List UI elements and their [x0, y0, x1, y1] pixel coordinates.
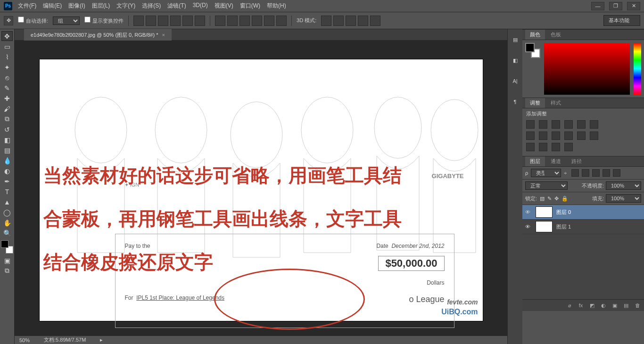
tab-adjustments[interactable]: 调整 — [525, 98, 545, 108]
tab-swatches[interactable]: 色板 — [546, 30, 566, 40]
color-spectrum[interactable] — [544, 43, 630, 95]
menu-help[interactable]: 帮助(H) — [267, 2, 286, 10]
adj-icon[interactable] — [590, 120, 598, 129]
tab-layers[interactable]: 图层 — [525, 156, 545, 166]
marquee-tool[interactable]: ▭ — [1, 41, 13, 51]
layer-item[interactable]: 👁 图层 1 — [522, 220, 644, 234]
brush-tool[interactable]: 🖌 — [1, 104, 13, 114]
heal-tool[interactable]: ✚ — [1, 93, 13, 103]
crop-tool[interactable]: ⎋ — [1, 73, 13, 82]
menu-file[interactable]: 文件(F) — [18, 2, 36, 10]
link-layers-icon[interactable]: ⌀ — [566, 302, 573, 309]
wand-tool[interactable]: ✦ — [1, 62, 13, 72]
lasso-tool[interactable]: ⌇ — [1, 52, 13, 62]
document-tab[interactable]: e1d49e9e780b2f002807.jpg @ 50% (图层 0, RG… — [24, 29, 172, 41]
color-swatches[interactable] — [1, 240, 13, 254]
paragraph-panel-icon[interactable]: ¶ — [511, 97, 520, 106]
show-transform-checkbox[interactable]: 显示变换控件 — [84, 16, 124, 25]
layer-filter[interactable] — [603, 169, 610, 177]
menu-filter[interactable]: 滤镜(T) — [167, 2, 186, 10]
layer-item[interactable]: 👁 图层 0 — [522, 205, 644, 220]
dist-btn[interactable] — [276, 16, 287, 26]
adj-icon[interactable] — [552, 131, 560, 140]
statusbar-arrow-icon[interactable]: ▸ — [100, 337, 103, 343]
workspace-switcher[interactable]: 基本功能 — [603, 15, 640, 26]
canvas-area[interactable]: ✦ IGN GIGABYTE Pay to the Date December … — [15, 41, 507, 336]
adj-icon[interactable] — [539, 143, 547, 151]
menu-window[interactable]: 窗口(W) — [240, 2, 260, 10]
adj-icon[interactable] — [590, 131, 598, 140]
doc-info[interactable]: 文档:5.89M/7.57M — [44, 336, 86, 344]
dist-btn[interactable] — [239, 16, 250, 26]
tab-styles[interactable]: 样式 — [546, 98, 566, 108]
adj-icon[interactable] — [552, 120, 560, 129]
adj-icon[interactable] — [526, 131, 535, 140]
window-maximize-button[interactable]: ❐ — [609, 2, 622, 10]
window-minimize-button[interactable]: — — [591, 2, 604, 10]
adj-icon[interactable] — [564, 120, 573, 129]
layer-filter[interactable] — [582, 169, 589, 177]
lock-move-icon[interactable]: ✥ — [554, 196, 559, 202]
adj-icon[interactable] — [552, 143, 560, 151]
type-tool[interactable]: T — [1, 187, 13, 197]
align-btn[interactable] — [133, 16, 144, 26]
layer-filter[interactable] — [571, 169, 579, 177]
align-btn[interactable] — [146, 16, 156, 26]
history-brush-tool[interactable]: ↺ — [1, 124, 13, 134]
dodge-tool[interactable]: ◐ — [1, 166, 13, 176]
3d-btn[interactable] — [370, 16, 380, 26]
new-layer-icon[interactable]: ▤ — [622, 302, 630, 309]
menu-3d[interactable]: 3D(D) — [193, 2, 208, 10]
3d-btn[interactable] — [321, 16, 331, 26]
eraser-tool[interactable]: ◧ — [1, 135, 13, 145]
align-btn[interactable] — [195, 16, 205, 26]
adj-icon[interactable] — [539, 131, 547, 140]
screenmode-toggle[interactable]: ⧉ — [1, 266, 13, 276]
autoselect-checkbox[interactable]: 自动选择: — [18, 16, 48, 25]
menu-layer[interactable]: 图层(L) — [92, 2, 110, 10]
adj-icon[interactable] — [539, 120, 547, 129]
tab-color[interactable]: 颜色 — [525, 30, 545, 40]
layer-filter-kind[interactable]: 类型 — [531, 169, 561, 177]
adj-icon[interactable] — [577, 131, 586, 140]
dist-btn[interactable] — [264, 16, 274, 26]
history-panel-icon[interactable]: ▤ — [511, 35, 520, 44]
autoselect-target-select[interactable]: 组 — [53, 16, 80, 25]
adj-icon[interactable] — [526, 120, 535, 129]
dist-btn[interactable] — [252, 16, 262, 26]
blur-tool[interactable]: 💧 — [1, 156, 13, 165]
stamp-tool[interactable]: ⧉ — [1, 114, 13, 124]
visibility-icon[interactable]: 👁 — [525, 209, 532, 215]
layer-filter[interactable] — [592, 169, 600, 177]
menu-view[interactable]: 视图(V) — [215, 2, 233, 10]
zoom-tool[interactable]: 🔍 — [1, 228, 13, 238]
mask-icon[interactable]: ◩ — [588, 302, 596, 309]
properties-panel-icon[interactable]: ◧ — [511, 56, 520, 65]
gradient-tool[interactable]: ▤ — [1, 145, 13, 155]
adjustment-layer-icon[interactable]: ◐ — [600, 302, 607, 309]
menu-type[interactable]: 文字(Y) — [116, 2, 135, 10]
lock-brush-icon[interactable]: ✎ — [547, 196, 552, 202]
move-tool[interactable]: ✥ — [1, 31, 13, 41]
hand-tool[interactable]: ✋ — [1, 218, 13, 228]
lock-all-icon[interactable]: 🔒 — [561, 196, 568, 202]
3d-btn[interactable] — [346, 16, 356, 26]
blend-mode-select[interactable]: 正常 — [525, 181, 568, 190]
dist-btn[interactable] — [215, 16, 225, 26]
opacity-select[interactable]: 100% — [606, 181, 641, 190]
align-btn[interactable] — [182, 16, 193, 26]
adj-icon[interactable] — [577, 120, 586, 129]
layer-filter[interactable] — [613, 169, 620, 177]
eyedropper-tool[interactable]: ✎ — [1, 83, 13, 93]
fill-select[interactable]: 100% — [606, 194, 641, 203]
zoom-level[interactable]: 50% — [19, 337, 30, 343]
character-panel-icon[interactable]: A| — [511, 76, 520, 86]
3d-btn[interactable] — [333, 16, 344, 26]
align-btn[interactable] — [170, 16, 181, 26]
quickmask-toggle[interactable]: ▣ — [1, 255, 13, 265]
fx-icon[interactable]: fx — [577, 302, 585, 309]
group-icon[interactable]: ▣ — [611, 302, 619, 309]
hue-slider[interactable] — [634, 43, 641, 95]
3d-btn[interactable] — [358, 16, 368, 26]
adj-icon[interactable] — [564, 143, 573, 151]
